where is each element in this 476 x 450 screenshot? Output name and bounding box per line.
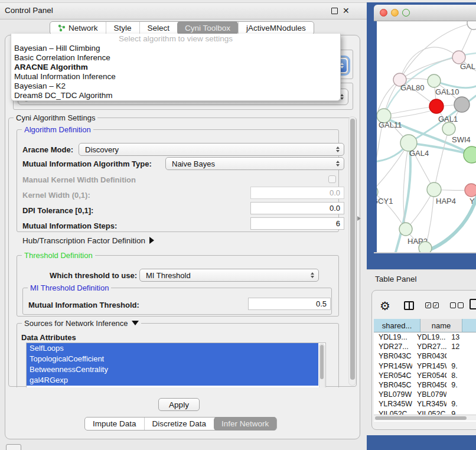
document-icon[interactable]: [470, 299, 476, 309]
which-threshold-combo[interactable]: MI Threshold: [139, 269, 319, 282]
table-row[interactable]: YBL079WYBL079W: [374, 390, 476, 399]
minimize-traffic-light-icon[interactable]: [391, 9, 399, 17]
network-node-y[interactable]: [465, 184, 476, 197]
table-row[interactable]: YPR145WYPR145W9.: [374, 361, 476, 371]
tab-impute-data[interactable]: Impute Data: [85, 418, 144, 430]
manual-kernel-checkbox[interactable]: [328, 175, 336, 183]
algorithm-option[interactable]: ARACNE Algorithm: [11, 63, 340, 72]
apply-button[interactable]: Apply: [158, 398, 200, 411]
zoom-traffic-light-icon[interactable]: [402, 9, 410, 17]
table-cell: [446, 351, 476, 361]
kernel-width-input[interactable]: [250, 187, 344, 199]
close-icon[interactable]: ✕: [343, 5, 350, 16]
attribute-item[interactable]: BetweennessCentrality: [27, 364, 318, 375]
minimized-panel-stub[interactable]: [6, 444, 21, 450]
table-cell: YLR345W: [374, 399, 412, 409]
dropdown-placeholder: Select algorithm to view settings: [11, 34, 340, 44]
column-header[interactable]: shared...: [374, 319, 420, 332]
control-panel-titlebar: [0, 2, 367, 19]
table-row[interactable]: YDR27...YDR27...12: [374, 342, 476, 351]
node-label: SWI4: [452, 135, 471, 144]
which-threshold-value: MI Threshold: [146, 271, 307, 280]
dpi-tolerance-input[interactable]: [250, 202, 344, 214]
algorithm-option[interactable]: Bayesian – K2: [11, 81, 340, 91]
table-cell: YBR043C: [412, 351, 446, 361]
combo-stepper-icon: [307, 269, 318, 281]
gear-icon[interactable]: ⚙: [380, 299, 390, 313]
tab-select[interactable]: Select: [139, 22, 178, 34]
float-window-icon[interactable]: [331, 8, 338, 14]
desktop-background-bottom: [367, 435, 476, 450]
network-node-gal10[interactable]: [428, 74, 441, 87]
deselect-all-check-icon[interactable]: [450, 302, 456, 308]
table-cell: YBR043C: [374, 351, 412, 361]
tab-discretize-data[interactable]: Discretize Data: [144, 418, 214, 430]
algorithm-option[interactable]: Dream8 DC_TDC Algorithm: [11, 91, 340, 100]
attribute-list-scrollbar[interactable]: [319, 344, 325, 387]
tab-infer-network[interactable]: Infer Network: [214, 417, 276, 431]
table-row[interactable]: YBR043CYBR043C: [374, 351, 476, 361]
split-columns-icon[interactable]: [404, 301, 414, 310]
tab-network[interactable]: Network: [50, 22, 106, 34]
mi-steps-input[interactable]: [250, 217, 344, 230]
attribute-item[interactable]: TopologicalCoefficient: [27, 354, 318, 364]
select-all-check-icon[interactable]: ✓: [433, 302, 439, 308]
hub-definition-toggle[interactable]: Hub/Transcription Factor Definition: [22, 236, 154, 245]
network-node-hap2[interactable]: [399, 223, 412, 236]
algorithm-option[interactable]: Mutual Information Inference: [11, 72, 340, 81]
network-node-hap4[interactable]: [427, 182, 441, 197]
network-node-swi4[interactable]: [442, 122, 455, 135]
dropdown-item-list: Bayesian – Hill ClimbingBasic Correlatio…: [11, 44, 340, 100]
combo-stepper-icon: [332, 158, 344, 169]
table-row[interactable]: YBR045CYBR045C9.: [374, 380, 476, 390]
table-row[interactable]: YDL19...YDL19...13: [374, 332, 476, 342]
tab-label: Infer Network: [221, 419, 269, 428]
mi-type-label: Mutual Information Algorithm Type:: [22, 159, 152, 168]
network-window-titlebar[interactable]: [374, 5, 476, 21]
bottom-tab-bar: Impute DataDiscretize DataInfer Network: [84, 417, 277, 431]
node-label: GAL4: [409, 149, 429, 158]
table-cell: 9.: [446, 380, 476, 390]
table-row[interactable]: YER054CYER054C8.: [374, 371, 476, 380]
network-node[interactable]: [419, 242, 432, 252]
network-canvas[interactable]: GALGAL80GAL10GAL1SWI4GAL11GAL4GCY1HAP4YH…: [377, 21, 476, 252]
threshold-definition-title: Threshold Definition: [22, 251, 95, 260]
algorithm-definition-title: Algorithm Definition: [22, 125, 93, 134]
network-node[interactable]: [467, 21, 476, 30]
algorithm-dropdown-popup: Select algorithm to view settings Bayesi…: [11, 34, 341, 101]
tab-label: jActiveMNodules: [246, 24, 306, 32]
algorithm-option[interactable]: Bayesian – Hill Climbing: [11, 44, 340, 53]
network-node[interactable]: [454, 97, 470, 112]
algorithm-option[interactable]: Basic Correlation Inference: [11, 53, 340, 63]
network-node-gal1[interactable]: [429, 99, 444, 113]
attribute-item[interactable]: gal4RGexp: [27, 375, 318, 386]
tab-jactivemnodules[interactable]: jActiveMNodules: [238, 22, 314, 34]
select-all-check-icon[interactable]: ✓: [425, 302, 431, 308]
mi-threshold-input[interactable]: [248, 298, 331, 310]
mi-steps-label: Mutual Information Steps:: [22, 221, 117, 230]
table-cell: YDR27...: [412, 342, 446, 351]
mi-type-combo[interactable]: Naive Bayes: [165, 157, 344, 170]
network-edge: [403, 143, 409, 229]
close-traffic-light-icon[interactable]: [380, 9, 387, 17]
tab-style[interactable]: Style: [106, 22, 139, 34]
settings-scrollbar[interactable]: [348, 116, 356, 386]
node-label: GAL10: [435, 87, 459, 96]
deselect-all-check-icon[interactable]: [458, 302, 464, 308]
expanded-arrow-icon: [132, 321, 139, 325]
node-label: HAP4: [436, 197, 456, 206]
dpi-tolerance-label: DPI Tolerance [0,1]:: [22, 206, 93, 215]
tab-cyni-toolbox[interactable]: Cyni Toolbox: [177, 21, 238, 35]
network-window-bottom-edge: [374, 252, 476, 253]
tab-label: Impute Data: [93, 419, 136, 428]
table-horizontal-scrollbar[interactable]: [374, 415, 476, 420]
table-row[interactable]: YLR345WYLR345W9.: [374, 399, 476, 409]
tab-label: Select: [148, 24, 170, 32]
column-header[interactable]: name: [420, 319, 462, 332]
column-header[interactable]: [462, 319, 476, 332]
table-cell: YDR27...: [374, 342, 412, 351]
aracne-mode-combo[interactable]: Discovery: [79, 143, 344, 156]
attribute-item[interactable]: SelfLoops: [27, 343, 318, 354]
node-label: GAL80: [400, 83, 424, 92]
network-node[interactable]: [464, 146, 476, 163]
